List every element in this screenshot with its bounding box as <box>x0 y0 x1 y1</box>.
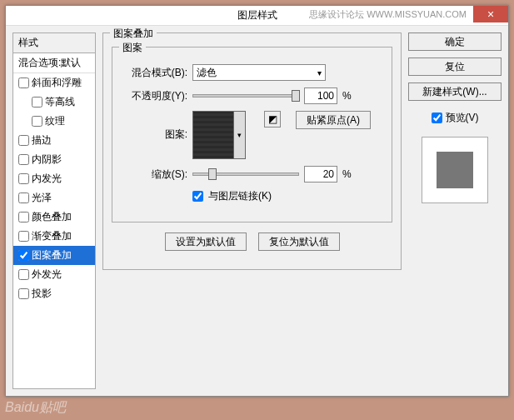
style-checkbox[interactable] <box>18 288 29 299</box>
scale-slider[interactable] <box>192 172 299 176</box>
blend-mode-label: 混合模式(B): <box>121 66 187 80</box>
style-label: 渐变叠加 <box>32 229 72 243</box>
style-list: 斜面和浮雕等高线纹理描边内阴影内发光光泽颜色叠加渐变叠加图案叠加外发光投影 <box>13 73 95 303</box>
style-label: 内阴影 <box>32 152 62 167</box>
pattern-overlay-group: 图案叠加 图案 混合模式(B): 滤色 ▾ 不透明度(Y): <box>102 32 402 270</box>
style-label: 外发光 <box>32 268 62 282</box>
style-item-2[interactable]: 纹理 <box>13 112 95 131</box>
options-panel: 图案叠加 图案 混合模式(B): 滤色 ▾ 不透明度(Y): <box>102 32 402 389</box>
snap-origin-button[interactable]: 贴紧原点(A) <box>296 111 371 129</box>
opacity-label: 不透明度(Y): <box>121 89 187 103</box>
pattern-label: 图案: <box>121 111 187 142</box>
opacity-row: 不透明度(Y): 100 % <box>121 88 383 104</box>
link-with-layer-label: 与图层链接(K) <box>208 189 272 203</box>
style-item-7[interactable]: 颜色叠加 <box>13 208 95 227</box>
opacity-slider[interactable] <box>192 94 299 98</box>
branding-text: 思缘设计论坛 WWW.MISSYUAN.COM <box>309 8 467 21</box>
link-with-layer-checkbox[interactable] <box>192 191 203 202</box>
style-checkbox[interactable] <box>18 231 29 242</box>
style-item-5[interactable]: 内发光 <box>13 169 95 188</box>
reset-default-button[interactable]: 复位为默认值 <box>258 232 340 251</box>
style-item-3[interactable]: 描边 <box>13 131 95 150</box>
style-checkbox[interactable] <box>32 97 42 108</box>
percent-label: % <box>342 90 352 102</box>
pattern-group: 图案 混合模式(B): 滤色 ▾ 不透明度(Y): 100 <box>112 47 392 222</box>
style-checkbox[interactable] <box>18 154 29 165</box>
link-row: 与图层链接(K) <box>121 189 383 203</box>
slider-thumb[interactable] <box>208 168 217 180</box>
layer-style-dialog: 图层样式 思缘设计论坛 WWW.MISSYUAN.COM × 样式 混合选项:默… <box>5 5 509 397</box>
style-item-11[interactable]: 投影 <box>13 284 95 303</box>
blend-mode-select[interactable]: 滤色 ▾ <box>192 64 326 81</box>
chevron-down-icon[interactable]: ▾ <box>233 112 245 158</box>
style-item-8[interactable]: 渐变叠加 <box>13 227 95 246</box>
set-default-button[interactable]: 设置为默认值 <box>165 232 247 251</box>
pattern-row: 图案: ▾ ◩ 贴紧原点(A) <box>121 111 383 159</box>
new-preset-icon[interactable]: ◩ <box>264 111 281 128</box>
style-checkbox[interactable] <box>18 173 29 184</box>
style-checkbox[interactable] <box>32 116 42 127</box>
styles-header[interactable]: 样式 <box>13 33 95 53</box>
style-checkbox[interactable] <box>18 135 29 146</box>
style-checkbox[interactable] <box>18 212 29 222</box>
cancel-button[interactable]: 复位 <box>408 58 502 76</box>
style-label: 描边 <box>32 133 52 148</box>
group-legend: 图案叠加 <box>110 27 157 41</box>
style-item-6[interactable]: 光泽 <box>13 188 95 208</box>
slider-thumb[interactable] <box>292 90 300 102</box>
style-label: 斜面和浮雕 <box>32 76 82 90</box>
scale-row: 缩放(S): 20 % <box>121 166 383 182</box>
style-label: 光泽 <box>32 191 52 205</box>
style-item-9[interactable]: 图案叠加 <box>13 246 95 265</box>
styles-panel: 样式 混合选项:默认 斜面和浮雕等高线纹理描边内阴影内发光光泽颜色叠加渐变叠加图… <box>12 32 96 389</box>
pattern-swatch[interactable]: ▾ <box>192 111 246 159</box>
scale-label: 缩放(S): <box>121 168 187 182</box>
chevron-down-icon: ▾ <box>317 68 322 78</box>
pattern-legend: 图案 <box>119 41 146 55</box>
close-button[interactable]: × <box>473 6 508 22</box>
watermark: Baidu贴吧 <box>5 399 66 417</box>
style-item-10[interactable]: 外发光 <box>13 265 95 284</box>
preview-row: 预览(V) <box>408 111 502 125</box>
style-label: 颜色叠加 <box>32 210 72 224</box>
ok-button[interactable]: 确定 <box>408 32 502 51</box>
style-checkbox[interactable] <box>18 192 29 203</box>
new-style-button[interactable]: 新建样式(W)... <box>408 82 502 101</box>
style-checkbox[interactable] <box>18 250 29 261</box>
style-checkbox[interactable] <box>18 269 29 280</box>
preview-swatch <box>437 152 473 188</box>
blend-options-row[interactable]: 混合选项:默认 <box>13 53 95 73</box>
titlebar: 图层样式 思缘设计论坛 WWW.MISSYUAN.COM × <box>6 6 508 26</box>
blend-mode-value: 滤色 <box>197 66 217 80</box>
style-label: 纹理 <box>45 114 65 128</box>
action-panel: 确定 复位 新建样式(W)... 预览(V) <box>408 32 502 389</box>
style-label: 内发光 <box>32 172 62 186</box>
blend-mode-row: 混合模式(B): 滤色 ▾ <box>121 64 383 81</box>
scale-input[interactable]: 20 <box>304 166 337 182</box>
style-item-0[interactable]: 斜面和浮雕 <box>13 73 95 92</box>
preview-checkbox[interactable] <box>432 112 442 123</box>
style-label: 投影 <box>32 287 52 301</box>
style-label: 图案叠加 <box>32 248 72 262</box>
percent-label: % <box>342 168 352 180</box>
preview-box <box>422 137 488 203</box>
style-item-4[interactable]: 内阴影 <box>13 150 95 169</box>
opacity-input[interactable]: 100 <box>304 88 337 104</box>
default-buttons-row: 设置为默认值 复位为默认值 <box>112 232 392 251</box>
style-checkbox[interactable] <box>18 78 29 88</box>
preview-label: 预览(V) <box>446 111 479 125</box>
style-label: 等高线 <box>45 95 75 109</box>
dialog-content: 样式 混合选项:默认 斜面和浮雕等高线纹理描边内阴影内发光光泽颜色叠加渐变叠加图… <box>6 26 508 396</box>
style-item-1[interactable]: 等高线 <box>13 92 95 112</box>
